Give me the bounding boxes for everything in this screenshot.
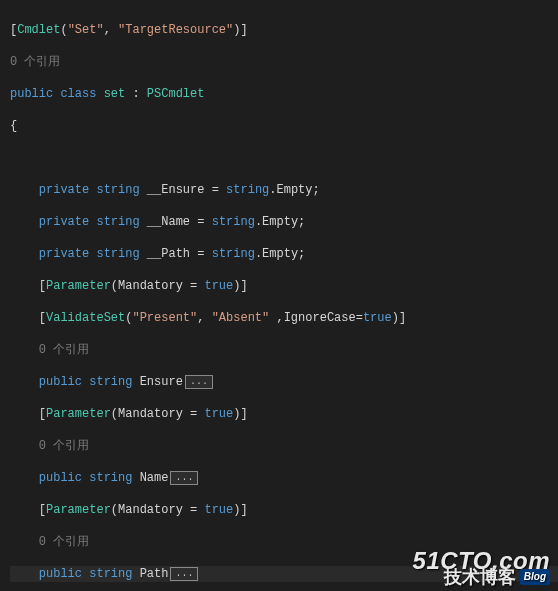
brace-open: { [10, 118, 558, 134]
prop-ensure: public string Ensure... [10, 374, 558, 390]
attr-cmdlet: [Cmdlet("Set", "TargetResource")] [10, 22, 558, 38]
prop-path: public string Path... [10, 566, 558, 582]
codelens-refs[interactable]: 0 个引用 [10, 342, 558, 358]
attr-validateset: [ValidateSet("Present", "Absent" ,Ignore… [10, 310, 558, 326]
fold-icon[interactable]: ... [170, 567, 198, 581]
field-name: private string __Name = string.Empty; [10, 214, 558, 230]
attr-parameter: [Parameter(Mandatory = true)] [10, 278, 558, 294]
code-editor: [Cmdlet("Set", "TargetResource")] 0 个引用 … [0, 0, 558, 591]
codelens-refs[interactable]: 0 个引用 [10, 438, 558, 454]
attr-parameter: [Parameter(Mandatory = true)] [10, 502, 558, 518]
codelens-refs[interactable]: 0 个引用 [10, 54, 558, 70]
codelens-refs[interactable]: 0 个引用 [10, 534, 558, 550]
field-path: private string __Path = string.Empty; [10, 246, 558, 262]
fold-icon[interactable]: ... [170, 471, 198, 485]
prop-name: public string Name... [10, 470, 558, 486]
attr-parameter: [Parameter(Mandatory = true)] [10, 406, 558, 422]
field-ensure: private string __Ensure = string.Empty; [10, 182, 558, 198]
class-decl: public class set : PSCmdlet [10, 86, 558, 102]
fold-icon[interactable]: ... [185, 375, 213, 389]
